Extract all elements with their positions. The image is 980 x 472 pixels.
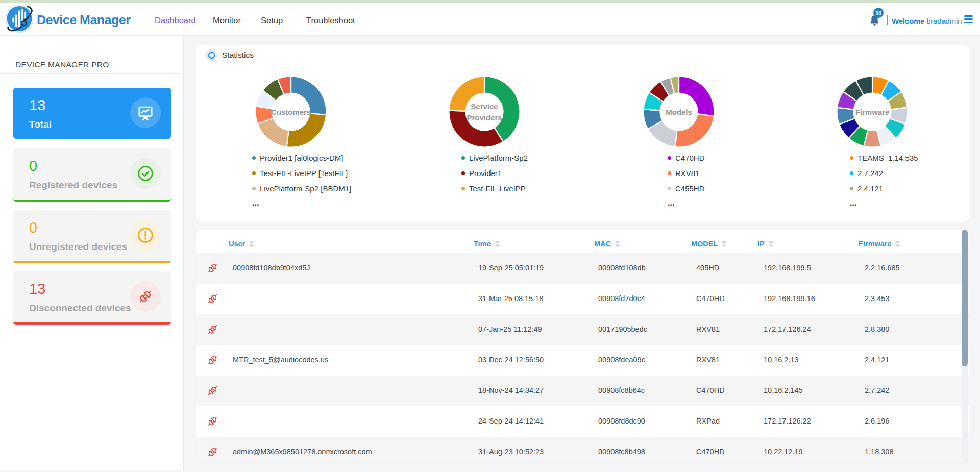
svg-text:Customers: Customers	[271, 108, 311, 116]
svg-text:Providers: Providers	[467, 113, 502, 122]
svg-text:Firmware: Firmware	[855, 108, 890, 116]
svg-text:Models: Models	[666, 108, 692, 116]
svg-text:Service: Service	[471, 102, 498, 111]
